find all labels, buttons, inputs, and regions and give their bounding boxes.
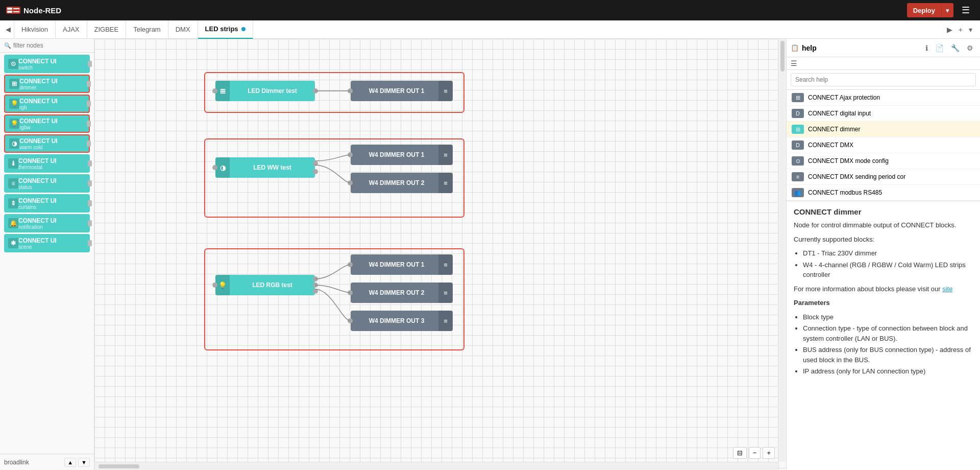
tab-prev-button[interactable]: ▶ — [944, 25, 955, 35]
node-item-dimmer[interactable]: ⊞ CONNECT UIdimmer — [4, 75, 90, 93]
panel-info-button[interactable]: ℹ — [923, 42, 930, 54]
w4-out1-g3-label: W4 DIMMER OUT 1 — [351, 261, 438, 268]
rnl-ajax-protection[interactable]: ⊞ CONNECT Ajax protection — [787, 90, 980, 106]
logo: Node-RED — [6, 5, 61, 15]
panel-node-button[interactable]: 🔧 — [948, 42, 962, 54]
node-led-dimmer-test[interactable]: ⊞ LED Dimmer test — [215, 81, 315, 101]
tab-telegram[interactable]: Telegram — [126, 20, 168, 39]
node-icon-right: ≡ — [438, 254, 453, 275]
node-left-port — [212, 88, 217, 93]
node-item-curtains[interactable]: ⇕ CONNECT UIcurtains — [4, 194, 90, 213]
rnl-icon-ajax: ⊞ — [792, 93, 804, 102]
node-item-thermostat[interactable]: 🌡 CONNECT UIthermostat — [4, 154, 90, 173]
node-right-port-1 — [313, 161, 318, 166]
sidebar-scroll-up[interactable]: ▲ — [64, 458, 76, 467]
sidebar-scroll-down[interactable]: ▼ — [78, 458, 90, 467]
canvas-zoom-out-button[interactable]: − — [749, 447, 761, 459]
node-right-port — [88, 160, 92, 167]
node-scene-label: CONNECT UIscene — [18, 237, 86, 250]
node-status-label: CONNECT UIstatus — [18, 177, 86, 190]
filter-nodes-input[interactable] — [13, 42, 90, 49]
node-w4-dimmer-out-1-g2[interactable]: W4 DIMMER OUT 1 ≡ — [351, 145, 453, 165]
rnl-dimmer[interactable]: ⊞ CONNECT dimmer — [787, 122, 980, 137]
right-panel-header: 📋 help ℹ 📄 🔧 ⚙ — [787, 39, 980, 57]
tab-zigbee[interactable]: ZIGBEE — [87, 20, 127, 39]
tab-ajax[interactable]: AJAX — [56, 20, 87, 39]
node-w4-dimmer-out-1-g1[interactable]: W4 DIMMER OUT 1 ≡ — [351, 81, 453, 101]
node-item-rgbw[interactable]: 💡 CONNECT UIrgbw — [4, 114, 90, 133]
param-2: Connection type - type of connection bet… — [803, 323, 973, 343]
panel-doc-button[interactable]: 📄 — [933, 42, 946, 54]
right-panel-content: CONNECT dimmer Node for control dimmable… — [787, 201, 980, 470]
panel-settings-button[interactable]: ⚙ — [964, 42, 976, 54]
node-right-port — [87, 81, 91, 87]
panel-list-icon-bar: ☰ — [787, 57, 980, 70]
node-w4-dimmer-out-1-g3[interactable]: W4 DIMMER OUT 1 ≡ — [351, 254, 453, 275]
rnl-icon-dmx: D — [792, 140, 804, 150]
node-w4-dimmer-out-3-g3[interactable]: W4 DIMMER OUT 3 ≡ — [351, 311, 453, 331]
rnl-dmx-mode[interactable]: ⊙ CONNECT DMX mode config — [787, 153, 980, 169]
tab-more-button[interactable]: ▾ — [966, 25, 975, 35]
rgbw-icon: 💡 — [9, 119, 19, 129]
rnl-dmx-sending[interactable]: ≡ CONNECT DMX sending period cor — [787, 169, 980, 185]
rnl-icon-dmx-mode: ⊙ — [792, 156, 804, 166]
node-right-port-1 — [313, 276, 318, 281]
tab-hikvision[interactable]: Hikvision — [14, 20, 56, 39]
node-item-rgb[interactable]: 💡 CONNECT UIrgb — [4, 95, 90, 113]
canvas[interactable]: ⊞ LED Dimmer test W4 DIMMER OUT 1 ≡ ◑ LE… — [94, 39, 786, 470]
tab-add-button[interactable]: + — [956, 25, 965, 35]
canvas-minimap-button[interactable]: ⊟ — [733, 447, 747, 459]
node-warm-cold-label: CONNECT UIwarm cold — [19, 137, 85, 150]
notification-icon: 🔔 — [8, 218, 18, 228]
flow-group-3: 💡 LED RGB test W4 DIMMER OUT 1 ≡ W4 DIMM… — [204, 248, 464, 350]
supported-list: DT1 - Triac 230V dimmer W4 - 4-channel (… — [803, 248, 973, 280]
node-icon-right: ≡ — [438, 283, 453, 303]
wire-g3-1 — [315, 265, 351, 279]
node-item-status[interactable]: ≡ CONNECT UIstatus — [4, 174, 90, 193]
panel-list-icon[interactable]: ☰ — [791, 59, 797, 67]
node-led-rgb-test[interactable]: 💡 LED RGB test — [215, 275, 315, 295]
node-led-rgb-label: LED RGB test — [230, 281, 315, 289]
node-item-switch[interactable]: ⊙ CONNECT UIswitch — [4, 55, 90, 73]
menu-button[interactable]: ☰ — [958, 3, 974, 18]
site-link[interactable]: site — [942, 285, 952, 293]
tab-led-strips[interactable]: LED strips — [198, 20, 253, 39]
deploy-main-label[interactable]: Deploy — [907, 3, 942, 17]
content-desc: Node for control dimmable output of CONN… — [794, 220, 973, 230]
right-panel: 📋 help ℹ 📄 🔧 ⚙ ☰ ⊞ CONNECT Ajax protecti… — [786, 39, 980, 470]
node-icon-left: ⊞ — [215, 81, 230, 101]
node-icon-right: ≡ — [438, 173, 453, 193]
deploy-dropdown-arrow[interactable]: ▾ — [942, 3, 953, 17]
svg-rect-2 — [7, 11, 12, 13]
rnl-dmx-sending-label: CONNECT DMX sending period cor — [808, 173, 905, 180]
node-w4-dimmer-out-2-g3[interactable]: W4 DIMMER OUT 2 ≡ — [351, 283, 453, 303]
node-item-warm-cold[interactable]: ◑ CONNECT UIwarm cold — [4, 134, 90, 153]
svg-rect-1 — [7, 8, 12, 10]
tabbar-collapse-button[interactable]: ◀ — [2, 20, 14, 39]
topbar-right: Deploy ▾ ☰ — [907, 3, 974, 18]
help-search-input[interactable] — [791, 73, 976, 86]
node-right-port — [87, 121, 91, 127]
node-item-scene[interactable]: ✱ CONNECT UIscene — [4, 234, 90, 252]
rnl-digital-input[interactable]: D CONNECT digital input — [787, 106, 980, 122]
tab-dmx[interactable]: DMX — [168, 20, 198, 39]
canvas-controls: ⊟ − + — [733, 447, 775, 459]
canvas-bottom-scrollbar[interactable] — [94, 462, 778, 470]
deploy-button[interactable]: Deploy ▾ — [907, 3, 953, 17]
node-led-ww-test[interactable]: ◑ LED WW test — [215, 157, 315, 178]
canvas-right-scrollbar[interactable] — [778, 39, 786, 462]
rnl-dmx[interactable]: D CONNECT DMX — [787, 137, 980, 153]
thermostat-icon: 🌡 — [8, 158, 18, 169]
canvas-zoom-in-button[interactable]: + — [763, 447, 775, 459]
node-w4-dimmer-out-2-g2[interactable]: W4 DIMMER OUT 2 ≡ — [351, 173, 453, 193]
node-left-port — [212, 165, 217, 170]
params-list: Block type Connection type - type of con… — [803, 312, 973, 377]
node-item-notification[interactable]: 🔔 CONNECT UInotification — [4, 214, 90, 232]
param-4: IP address (only for LAN connection type… — [803, 366, 973, 377]
panel-header-buttons: ℹ 📄 🔧 ⚙ — [923, 42, 976, 54]
wire-g3-3 — [315, 289, 351, 321]
rnl-modbus[interactable]: 👥 CONNECT modbus RS485 — [787, 185, 980, 201]
node-curtains-label: CONNECT UIcurtains — [18, 197, 86, 210]
content-heading: CONNECT dimmer — [794, 207, 973, 216]
node-icon-left: 💡 — [215, 275, 230, 295]
